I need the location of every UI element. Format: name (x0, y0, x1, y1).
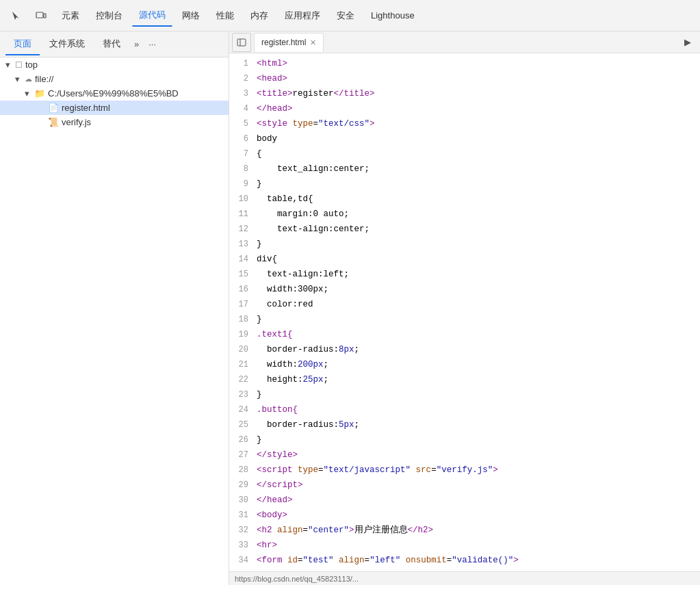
code-content[interactable]: 1<html>2<head>3<title>register</title>4<… (229, 53, 700, 571)
code-line: 2<head> (229, 71, 700, 86)
line-number: 13 (229, 237, 257, 252)
tree-arrow-folder: ▾ (25, 88, 34, 99)
code-line: 34<form id="test" align="left" onsubmit=… (229, 553, 700, 568)
nav-element[interactable]: 元素 (55, 5, 86, 26)
tree-label-folder: C:/Users/%E9%99%88%E5%BD (48, 88, 179, 99)
line-code[interactable]: </head> (257, 101, 700, 116)
code-line: 15 text-align:left; (229, 267, 700, 282)
line-code[interactable]: <h2 align="center">用户注册信息</h2> (257, 523, 700, 538)
file-tree: ▾ ☐ top ▾ ☁ file:// ▾ 📁 C:/Users/%E9%99%… (0, 57, 229, 129)
nav-console[interactable]: 控制台 (89, 5, 129, 26)
file-tab-register[interactable]: register.html ✕ (254, 33, 324, 52)
line-code[interactable]: border-radius:8px; (257, 342, 700, 357)
line-code[interactable]: </script> (257, 478, 700, 493)
frame-icon: ☐ (15, 60, 23, 70)
nav-performance[interactable]: 性能 (209, 5, 241, 26)
line-code[interactable]: } (257, 432, 700, 447)
code-line: 13} (229, 237, 700, 252)
line-code[interactable]: <head> (257, 71, 700, 86)
line-number: 7 (229, 146, 257, 161)
line-code[interactable]: text_align:center; (257, 161, 700, 177)
cursor-icon[interactable] (5, 5, 27, 27)
line-code[interactable]: width:300px; (257, 282, 700, 297)
line-number: 24 (229, 402, 257, 417)
line-number: 14 (229, 252, 257, 267)
line-number: 8 (229, 161, 257, 177)
line-code[interactable]: <style type="text/css"> (257, 116, 700, 131)
line-code[interactable]: height:25px; (257, 372, 700, 387)
line-code[interactable]: <script type="text/javascript" src="veri… (257, 463, 700, 478)
tab-right-button[interactable]: ▶ (678, 33, 697, 52)
line-number: 20 (229, 342, 257, 357)
code-line: 28<script type="text/javascript" src="ve… (229, 463, 700, 478)
more-nav-button[interactable]: » (130, 36, 143, 52)
line-code[interactable]: table,td{ (257, 192, 700, 207)
sidebar-toggle-button[interactable] (232, 33, 251, 52)
nav-security[interactable]: 安全 (330, 5, 361, 26)
line-code[interactable]: <html> (257, 56, 700, 71)
code-line: 4</head> (229, 101, 700, 116)
tree-item-file[interactable]: ▾ ☁ file:// (0, 72, 229, 86)
line-number: 19 (229, 327, 257, 342)
tree-label-file: file:// (35, 74, 53, 84)
nav-application[interactable]: 应用程序 (278, 5, 327, 26)
nav-memory[interactable]: 内存 (244, 5, 275, 26)
code-line: 23} (229, 387, 700, 402)
code-line: 21 width:200px; (229, 357, 700, 372)
nav-lighthouse[interactable]: Lighthouse (364, 6, 422, 25)
nav-filesystem[interactable]: 文件系统 (41, 34, 93, 55)
line-code[interactable]: } (257, 312, 700, 327)
tree-arrow-file: ▾ (15, 74, 25, 84)
line-code[interactable]: .button{ (257, 402, 700, 417)
line-code[interactable]: width:200px; (257, 357, 700, 372)
line-code[interactable]: } (257, 177, 700, 192)
line-code[interactable]: color:red (257, 297, 700, 312)
tree-item-folder[interactable]: ▾ 📁 C:/Users/%E9%99%88%E5%BD (0, 86, 229, 101)
line-number: 22 (229, 372, 257, 387)
line-code[interactable]: </head> (257, 493, 700, 508)
line-code[interactable]: { (257, 146, 700, 161)
nav-network[interactable]: 网络 (175, 5, 207, 26)
line-number: 15 (229, 267, 257, 282)
code-line: 32<h2 align="center">用户注册信息</h2> (229, 523, 700, 538)
line-number: 27 (229, 447, 257, 463)
nav-overrides[interactable]: 替代 (94, 34, 129, 55)
nav-page[interactable]: 页面 (5, 34, 40, 55)
line-code[interactable]: border-radius:5px; (257, 417, 700, 432)
tree-item-verify-js[interactable]: 📜 verify.js (0, 115, 229, 129)
line-code[interactable]: div{ (257, 252, 700, 267)
line-number: 9 (229, 177, 257, 192)
line-number: 18 (229, 312, 257, 327)
code-line: 11 margin:0 auto; (229, 207, 700, 222)
nav-sources[interactable]: 源代码 (132, 5, 172, 27)
line-code[interactable]: margin:0 auto; (257, 207, 700, 222)
line-number: 31 (229, 508, 257, 523)
line-code[interactable]: body (257, 131, 700, 146)
code-line: 19.text1{ (229, 327, 700, 342)
line-number: 10 (229, 192, 257, 207)
line-number: 29 (229, 478, 257, 493)
line-code[interactable]: </style> (257, 447, 700, 463)
code-line: 20 border-radius:8px; (229, 342, 700, 357)
tab-close-button[interactable]: ✕ (310, 38, 316, 47)
line-code[interactable]: text-align:left; (257, 267, 700, 282)
line-code[interactable]: } (257, 237, 700, 252)
code-line: 27</style> (229, 447, 700, 463)
nav-menu-button[interactable]: ··· (144, 36, 160, 52)
line-code[interactable]: .text1{ (257, 327, 700, 342)
line-code[interactable]: } (257, 387, 700, 402)
line-code[interactable]: text-align:center; (257, 222, 700, 237)
tree-item-register-html[interactable]: 📄 register.html (0, 101, 229, 115)
code-line: 7{ (229, 146, 700, 161)
js-file-icon: 📜 (48, 117, 59, 127)
line-number: 1 (229, 56, 257, 71)
line-code[interactable]: <form id="test" align="left" onsubmit="v… (257, 553, 700, 568)
tree-item-top[interactable]: ▾ ☐ top (0, 57, 229, 72)
line-code[interactable]: <title>register</title> (257, 86, 700, 101)
code-line: 9} (229, 177, 700, 192)
device-toggle-icon[interactable] (30, 5, 52, 27)
code-line: 5<style type="text/css"> (229, 116, 700, 131)
line-code[interactable]: <body> (257, 508, 700, 523)
code-line: 6body (229, 131, 700, 146)
line-code[interactable]: <hr> (257, 538, 700, 553)
